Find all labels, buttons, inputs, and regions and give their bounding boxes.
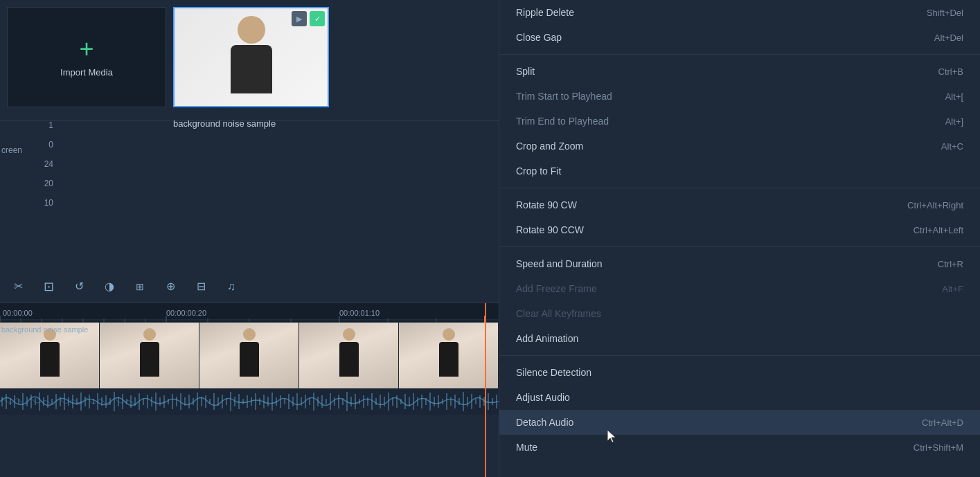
video-track: background noise sample [0,323,499,388]
target-icon[interactable]: ⊕ [161,277,180,296]
svg-rect-131 [475,399,476,404]
svg-rect-100 [346,392,348,411]
shortcut-rotate-cw: Ctrl+Alt+Right [907,200,963,210]
media-thumbnail[interactable]: ▶ ✓ [173,7,329,107]
svg-rect-85 [284,399,285,404]
main-container: + Import Media ▶ ✓ [0,0,980,477]
menu-item-trim-end[interactable]: Trim End to Playhead Alt+] [499,109,980,134]
svg-rect-110 [388,393,389,411]
ruler-marks: 00:00:00 00:00:00:20 00:00:01:10 [0,303,499,322]
menu-item-detach-audio[interactable]: Detach Audio Ctrl+Alt+D [499,410,980,435]
menu-item-freeze[interactable]: Add Freeze Frame Alt+F [499,276,980,301]
svg-rect-117 [417,397,418,406]
svg-rect-73 [234,397,235,406]
svg-rect-30 [55,394,57,409]
svg-rect-97 [334,397,335,406]
menu-item-speed[interactable]: Speed and Duration Ctrl+R [499,251,980,276]
menu-item-rotate-ccw[interactable]: Rotate 90 CCW Ctrl+Alt+Left [499,217,980,242]
cut-icon[interactable]: ✂ [8,277,28,296]
svg-rect-99 [342,398,344,405]
svg-rect-69 [217,397,219,406]
menu-label-add-animation: Add Animation [516,333,578,344]
svg-rect-77 [251,397,252,406]
menu-item-crop-fit[interactable]: Crop to Fit [499,159,980,183]
svg-rect-93 [317,397,319,406]
svg-rect-49 [134,397,136,406]
audio-icon[interactable]: ♫ [222,277,241,296]
menu-label-freeze: Add Freeze Frame [516,283,597,294]
svg-rect-112 [396,395,398,408]
svg-rect-42 [105,395,107,408]
menu-label-ripple-delete: Ripple Delete [516,7,574,18]
menu-item-mute[interactable]: Mute Ctrl+Shift+M [499,435,980,460]
person-body [231,45,272,93]
separator-2 [499,188,980,188]
menu-label-trim-start: Trim Start to Playhead [516,91,612,102]
svg-rect-47 [126,399,127,404]
separator-3 [499,246,980,247]
shortcut-speed: Ctrl+R [938,259,963,269]
svg-rect-26 [39,393,40,411]
timeline-ruler: 00:00:00 00:00:00:20 00:00:01:10 [0,303,499,323]
svg-rect-129 [467,397,468,406]
svg-rect-43 [109,398,111,405]
menu-item-rotate-cw[interactable]: Rotate 90 CW Ctrl+Alt+Right [499,192,980,217]
svg-rect-86 [288,394,289,409]
menu-item-close-gap[interactable]: Close Gap Alt+Del [499,25,980,50]
svg-rect-102 [355,394,356,409]
clip-frame-3 [199,323,299,388]
svg-rect-62 [188,395,190,408]
menu-item-adjust-audio[interactable]: Adjust Audio [499,385,980,410]
svg-rect-87 [292,397,294,406]
menu-label-adjust-audio: Adjust Audio [516,392,570,403]
clip-frame-4 [299,323,399,388]
menu-item-ripple-delete[interactable]: Ripple Delete Shift+Del [499,0,980,25]
svg-rect-135 [492,398,493,405]
svg-rect-70 [222,395,223,408]
svg-rect-78 [255,393,256,410]
media-browser: + Import Media ▶ ✓ [0,0,499,121]
audio-track: // generated inline via SVG [0,388,499,415]
svg-rect-74 [238,394,240,409]
svg-rect-76 [247,395,248,408]
svg-rect-29 [51,399,53,404]
svg-rect-37 [84,397,86,406]
menu-label-rotate-cw: Rotate 90 CW [516,199,577,210]
crop-icon[interactable]: ⊡ [39,277,58,296]
svg-rect-27 [43,397,44,406]
svg-rect-104 [363,395,364,408]
svg-rect-111 [392,397,393,406]
svg-rect-67 [209,399,211,404]
captions-icon[interactable]: ⊞ [130,277,150,296]
shortcut-crop-zoom: Alt+C [941,141,963,152]
svg-rect-83 [276,397,277,406]
color-icon[interactable]: ◑ [100,277,119,296]
stabilize-icon[interactable]: ↺ [69,277,89,296]
svg-rect-18 [6,394,7,409]
ruler-svg [0,303,499,323]
svg-rect-55 [159,397,161,406]
svg-rect-63 [193,398,194,405]
svg-rect-123 [442,399,443,404]
svg-rect-89 [301,397,302,406]
playhead [485,303,486,477]
menu-item-crop-zoom[interactable]: Crop and Zoom Alt+C [499,134,980,159]
adjust-icon[interactable]: ⊟ [191,277,211,296]
svg-rect-92 [313,393,314,411]
svg-rect-114 [404,394,406,409]
svg-rect-34 [72,395,73,408]
svg-rect-94 [321,395,323,408]
shortcut-close-gap: Alt+Del [934,33,963,43]
menu-item-silence[interactable]: Silence Detection [499,360,980,385]
svg-rect-103 [359,399,360,404]
menu-item-clear-keyframes[interactable]: Clear All Keyframes [499,301,980,326]
import-media-tile[interactable]: + Import Media [7,7,166,107]
svg-rect-115 [409,397,410,406]
menu-item-add-animation[interactable]: Add Animation [499,326,980,351]
menu-item-trim-start[interactable]: Trim Start to Playhead Alt+[ [499,84,980,109]
svg-rect-121 [434,397,435,406]
menu-item-split[interactable]: Split Ctrl+B [499,59,980,84]
svg-rect-105 [367,397,368,406]
svg-rect-122 [438,395,439,408]
svg-rect-101 [350,397,352,406]
